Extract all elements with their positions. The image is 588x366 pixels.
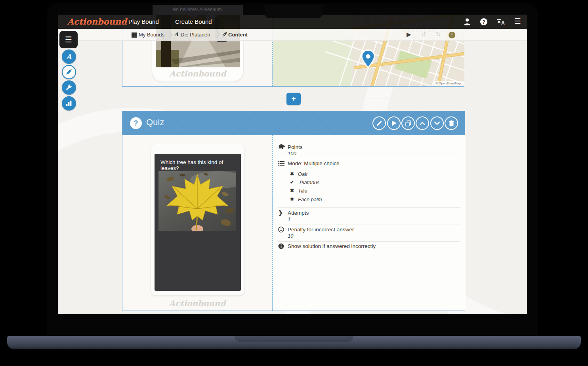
chevron-right-icon: ❯ xyxy=(278,210,285,216)
alert-icon[interactable]: ! xyxy=(449,32,455,38)
actionbound-watermark: Actionbound xyxy=(122,299,272,308)
svg-text:?: ? xyxy=(482,19,485,25)
play-icon xyxy=(391,120,397,126)
quiz-type-icon: ? xyxy=(130,117,142,129)
quiz-option: Platanus xyxy=(300,179,320,185)
feather-icon xyxy=(66,69,72,75)
preview-play-icon[interactable]: ▶ xyxy=(407,31,411,38)
quiz-option: Tilia xyxy=(298,188,307,194)
play-button[interactable] xyxy=(387,116,401,130)
solution-label: Show solution if answered incorrectly xyxy=(288,243,376,249)
nav-play-bound[interactable]: Play Bound xyxy=(128,18,159,25)
penalty-value: 10 xyxy=(288,233,293,239)
camera-notch xyxy=(265,5,323,18)
user-icon[interactable] xyxy=(463,18,472,26)
quiz-card-header: ? Quiz xyxy=(122,111,465,135)
translate-icon[interactable]: A xyxy=(496,18,505,26)
phone-screen: Which tree has this kind of leaves? xyxy=(155,154,241,291)
chevron-up-icon xyxy=(420,122,425,125)
wrong-icon: ✖ xyxy=(290,171,294,177)
laptop-base xyxy=(7,336,581,349)
breadcrumb: My Bounds ❯ A Die Platanen ❯ Content ▶ ↺… xyxy=(58,29,527,41)
mode-label: Mode: Multiple choice xyxy=(288,160,340,166)
help-icon[interactable]: ? xyxy=(479,18,488,26)
redo-icon[interactable]: ↻ xyxy=(436,31,441,38)
svg-text:A: A xyxy=(501,20,505,26)
actionbound-watermark: Actionbound xyxy=(152,69,243,78)
delete-button[interactable] xyxy=(445,116,458,130)
quiz-option: Oak xyxy=(298,171,307,177)
add-element-button[interactable]: + xyxy=(286,93,301,105)
phone-peek-block: ein beliebter Alleebaum. xyxy=(153,5,243,15)
breadcrumb-my-bounds[interactable]: My Bounds xyxy=(139,32,164,38)
list-icon xyxy=(278,161,285,167)
bound-icon: A xyxy=(174,31,178,37)
attempts-value: 1 xyxy=(288,216,290,222)
panel-divider xyxy=(272,135,273,311)
correct-icon: ✔ xyxy=(290,179,294,185)
phone-peek-text: ein beliebter Alleebaum. xyxy=(153,7,243,12)
breadcrumb-content: Content xyxy=(228,32,248,38)
sidebar-item-content[interactable] xyxy=(62,65,76,79)
divider xyxy=(278,207,460,208)
penalty-label: Penalty for incorrect answer xyxy=(288,227,354,233)
move-down-button[interactable] xyxy=(430,116,444,130)
phone-preview: Which tree has this kind of leaves? xyxy=(151,144,244,295)
my-bounds-icon xyxy=(132,32,137,38)
trash-icon xyxy=(449,120,454,126)
wrench-icon xyxy=(66,84,72,91)
divider xyxy=(278,241,460,242)
quiz-preview-panel: Which tree has this kind of leaves? xyxy=(122,135,272,311)
copy-icon xyxy=(405,120,411,126)
sidebar-menu-button[interactable]: ☰ xyxy=(59,31,78,48)
quiz-settings-panel: Points 100 Mode: Multiple choice ✖ Oak ✔… xyxy=(273,135,466,311)
quiz-card-title: Quiz xyxy=(146,117,164,128)
info-icon xyxy=(278,243,285,250)
divider xyxy=(278,225,460,225)
quiz-option: Face palm xyxy=(298,196,322,202)
edit-button[interactable] xyxy=(372,116,386,130)
pencil-icon xyxy=(376,120,382,126)
menu-icon[interactable]: ☰ xyxy=(513,17,522,25)
sidebar-item-results[interactable] xyxy=(62,96,76,111)
sidebar-item-bound[interactable]: A xyxy=(62,50,76,64)
actionbound-logo[interactable]: Actionbound xyxy=(67,17,127,27)
chevron-down-icon xyxy=(434,122,440,125)
move-up-button[interactable] xyxy=(416,116,429,130)
wrong-icon: ✖ xyxy=(290,188,294,193)
attempts-label: Attempts xyxy=(288,210,309,216)
quiz-card-body: Which tree has this kind of leaves? xyxy=(122,135,465,311)
frown-face-icon xyxy=(278,227,285,233)
breadcrumb-separator: ❯ xyxy=(167,30,173,38)
duplicate-button[interactable] xyxy=(401,116,415,130)
quiz-card: ? Quiz xyxy=(122,111,465,311)
content-feather-icon xyxy=(222,32,227,38)
map-attribution[interactable]: © OpenStreetMap xyxy=(435,82,461,85)
quiz-question-text: Which tree has this kind of leaves? xyxy=(160,159,236,171)
breadcrumb-die-platanen[interactable]: Die Platanen xyxy=(181,32,210,38)
app-screen: NEUKÖLLN © OpenStreetMap xyxy=(58,5,527,314)
points-value: 100 xyxy=(288,151,296,156)
points-label: Points xyxy=(288,144,303,150)
nav-create-bound[interactable]: Create Bound xyxy=(175,18,212,25)
bar-chart-icon xyxy=(66,101,72,106)
piggy-bank-icon xyxy=(278,144,285,150)
sidebar-item-settings[interactable] xyxy=(62,80,76,95)
breadcrumb-separator: ❯ xyxy=(215,30,221,38)
leaf-photo xyxy=(158,171,236,231)
laptop-base-notch xyxy=(235,336,353,342)
undo-icon[interactable]: ↺ xyxy=(421,31,426,38)
wrong-icon: ✖ xyxy=(290,196,294,202)
divider xyxy=(278,159,460,159)
